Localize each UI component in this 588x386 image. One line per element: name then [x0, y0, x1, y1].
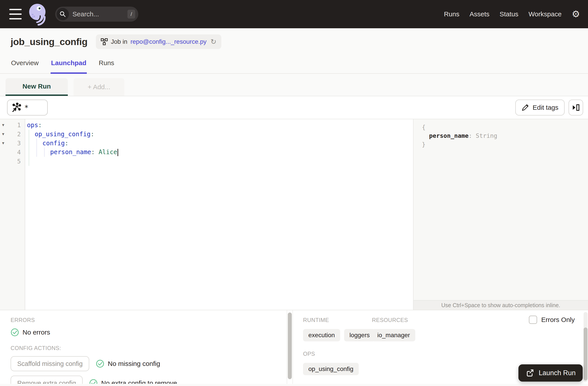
- line-number: 4: [7, 149, 23, 156]
- code-line: ops:: [23, 122, 413, 129]
- fold-arrow-icon[interactable]: ▼: [0, 141, 7, 145]
- errors-only-label: Errors Only: [541, 316, 575, 324]
- launch-run-button[interactable]: Launch Run: [518, 364, 583, 382]
- tag-pill[interactable]: op_using_config: [303, 363, 359, 375]
- tag-pill[interactable]: loggers: [344, 329, 375, 341]
- bottom-right-scrollbar[interactable]: [584, 312, 588, 382]
- bottom-left-scrollbar[interactable]: [287, 310, 293, 384]
- tag-pill[interactable]: io_manager: [372, 329, 415, 341]
- op-selector-value: *: [24, 103, 28, 112]
- errors-only-toggle: Errors Only: [529, 316, 575, 324]
- line-number: 2: [7, 131, 23, 138]
- resources-label: RESOURCES: [372, 317, 415, 323]
- tab-runs[interactable]: Runs: [98, 55, 115, 74]
- op-graph-selector-icon: [11, 103, 21, 112]
- line-number: 3: [7, 140, 23, 147]
- schema-key: person_name: [429, 132, 469, 139]
- edit-tags-label: Edit tags: [533, 104, 558, 111]
- autocomplete-hint: Use Ctrl+Space to show auto-completions …: [414, 300, 588, 310]
- session-tab-new-run[interactable]: New Run: [5, 78, 68, 96]
- hamburger-menu-icon[interactable]: [9, 9, 22, 20]
- errors-only-checkbox[interactable]: [529, 316, 537, 324]
- bottom-panel: ERRORS No errors CONFIG ACTIONS: Scaffol…: [0, 310, 588, 384]
- editor-line[interactable]: ▼3config:: [0, 139, 413, 148]
- global-search[interactable]: /: [55, 7, 138, 22]
- editor-lines: ▼1ops:▼2op_using_config:▼3config:4person…: [0, 121, 413, 166]
- ops-label: OPS: [303, 351, 588, 357]
- job-tabs: Overview Launchpad Runs: [0, 55, 588, 74]
- settings-gear-icon[interactable]: ⚙: [572, 9, 580, 19]
- refresh-icon[interactable]: ↻: [210, 38, 216, 46]
- nav-runs[interactable]: Runs: [444, 10, 460, 18]
- collapse-right-panel-button[interactable]: [568, 100, 583, 116]
- badge-prefix: Job in: [111, 38, 127, 45]
- scaffold-missing-config-button[interactable]: Scaffold missing config: [11, 356, 89, 371]
- nav-assets[interactable]: Assets: [470, 10, 489, 18]
- errors-label: ERRORS: [11, 317, 287, 323]
- extra-config-status: No extra config to remove: [101, 379, 177, 384]
- editor-line[interactable]: 5: [0, 157, 413, 166]
- runtime-label: RUNTIME: [303, 317, 369, 323]
- editor-line[interactable]: ▼2op_using_config:: [0, 130, 413, 139]
- collapse-panel-icon: [571, 103, 580, 112]
- config-actions-label: CONFIG ACTIONS:: [11, 345, 287, 351]
- scrollbar-thumb[interactable]: [584, 327, 588, 381]
- resources-pills: io_manager: [372, 329, 415, 341]
- page-title: job_using_config: [11, 37, 87, 47]
- remove-config-row: Remove extra config No extra config to r…: [11, 376, 287, 384]
- op-selector-input[interactable]: *: [7, 100, 48, 116]
- launchpad-session-tabs: New Run + Add...: [0, 74, 588, 96]
- code-line: config:: [23, 140, 413, 147]
- config-schema-panel: { person_name: String } Use Ctrl+Space t…: [413, 119, 588, 310]
- top-navigation-bar: / Runs Assets Status Workspace ⚙: [0, 0, 588, 28]
- pencil-icon: [522, 104, 529, 111]
- nav-workspace[interactable]: Workspace: [528, 10, 562, 18]
- dagster-logo[interactable]: [27, 3, 49, 26]
- check-circle-icon: [89, 379, 98, 384]
- search-input[interactable]: [72, 10, 127, 18]
- scaffold-config-row: Scaffold missing config No missing confi…: [11, 356, 287, 371]
- text-cursor: [118, 149, 118, 156]
- search-icon: [57, 8, 69, 20]
- edit-tags-button[interactable]: Edit tags: [515, 100, 565, 116]
- top-nav-links: Runs Assets Status Workspace ⚙: [444, 9, 580, 19]
- fold-arrow-icon[interactable]: ▼: [0, 132, 7, 137]
- line-number: 1: [7, 122, 23, 128]
- schema-type: String: [476, 132, 497, 139]
- editor-line[interactable]: ▼1ops:: [0, 121, 413, 130]
- check-circle-icon: [11, 328, 19, 337]
- nav-status[interactable]: Status: [500, 10, 518, 18]
- check-circle-icon: [96, 360, 104, 368]
- job-origin-badge: Job in repo@config..._resource.py ↻: [96, 34, 221, 49]
- config-editor-region: ▼1ops:▼2op_using_config:▼3config:4person…: [0, 119, 588, 310]
- yaml-editor[interactable]: ▼1ops:▼2op_using_config:▼3config:4person…: [0, 119, 413, 310]
- schema-text: { person_name: String }: [414, 119, 588, 300]
- tag-pill[interactable]: execution: [303, 329, 340, 341]
- launchpad-toolbar: * Edit tags: [0, 96, 588, 119]
- editor-line[interactable]: 4person_name: Alice: [0, 148, 413, 157]
- code-line: op_using_config:: [23, 130, 413, 138]
- repo-link[interactable]: repo@config..._resource.py: [130, 38, 207, 45]
- launch-run-label: Launch Run: [539, 369, 576, 377]
- scrollbar-thumb[interactable]: [288, 312, 292, 379]
- search-shortcut-key: /: [127, 10, 135, 19]
- session-tab-add[interactable]: + Add...: [74, 78, 124, 96]
- runtime-pills: executionloggers: [303, 329, 369, 341]
- fold-arrow-icon[interactable]: ▼: [0, 123, 7, 127]
- missing-config-status: No missing config: [108, 360, 160, 367]
- page-header: job_using_config Job in repo@config..._r…: [0, 28, 588, 49]
- remove-extra-config-button[interactable]: Remove extra config: [11, 376, 83, 384]
- launch-icon: [525, 368, 534, 377]
- job-graph-icon: [101, 38, 108, 45]
- tab-overview[interactable]: Overview: [11, 55, 39, 74]
- code-line: person_name: Alice: [23, 148, 413, 156]
- line-number: 5: [7, 158, 23, 165]
- errors-section: ERRORS No errors CONFIG ACTIONS: Scaffol…: [0, 310, 287, 384]
- tab-launchpad[interactable]: Launchpad: [51, 55, 87, 74]
- errors-status: No errors: [22, 329, 50, 336]
